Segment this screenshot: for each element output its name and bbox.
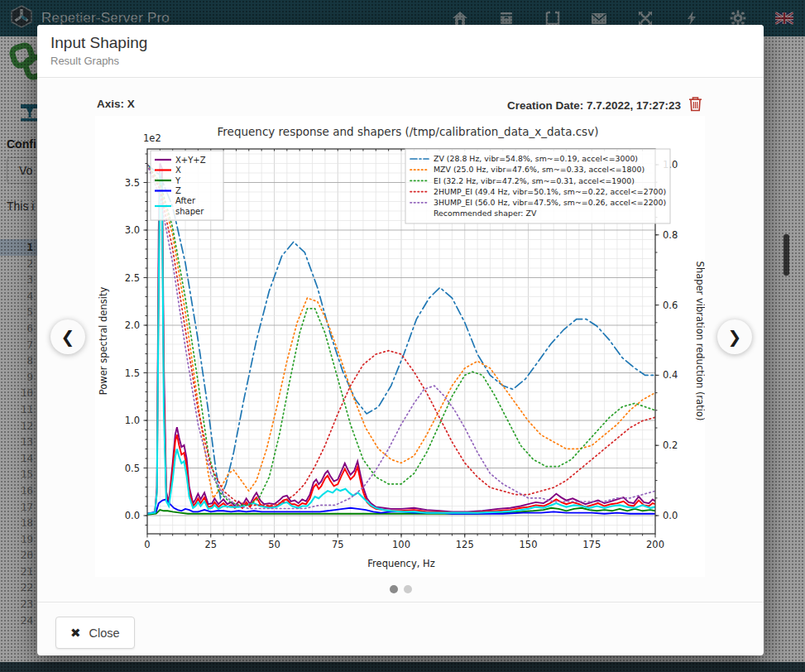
modal-header: Input Shaping Result Graphs xyxy=(37,25,764,78)
svg-text:0.2: 0.2 xyxy=(663,439,678,451)
svg-text:0.0: 0.0 xyxy=(663,510,678,521)
carousel-dots[interactable] xyxy=(37,585,764,593)
svg-text:125: 125 xyxy=(456,539,474,550)
svg-text:1.5: 1.5 xyxy=(125,367,140,379)
svg-text:0: 0 xyxy=(144,539,150,550)
modal-subtitle: Result Graphs xyxy=(50,55,750,67)
frequency-response-chart: 02550751001251501752000.00.51.01.52.02.5… xyxy=(95,116,705,577)
close-x-icon: ✖ xyxy=(70,626,81,641)
svg-text:3.5: 3.5 xyxy=(125,177,140,189)
svg-text:0.8: 0.8 xyxy=(663,229,678,241)
input-shaping-modal: Input Shaping Result Graphs Axis: X Crea… xyxy=(37,25,764,655)
svg-text:75: 75 xyxy=(332,539,344,550)
svg-text:0.6: 0.6 xyxy=(663,300,678,311)
svg-text:ZV (28.8 Hz, vibr=54.8%, sm~=0: ZV (28.8 Hz, vibr=54.8%, sm~=0.19, accel… xyxy=(434,154,638,163)
svg-text:175: 175 xyxy=(582,539,601,550)
carousel-next-button[interactable]: ❯ xyxy=(717,319,752,354)
svg-text:0.0: 0.0 xyxy=(125,510,140,521)
chevron-right-icon: ❯ xyxy=(728,327,742,347)
svg-text:1.0: 1.0 xyxy=(125,415,140,426)
footer-divider xyxy=(37,602,764,602)
screen: Repetier-Server Pro xyxy=(0,0,805,672)
close-button-label: Close xyxy=(89,626,120,640)
legend-label: X xyxy=(175,166,181,175)
svg-text:Shaper vibration reduction (ra: Shaper vibration reduction (ratio) xyxy=(694,262,705,421)
delete-trash-icon[interactable] xyxy=(688,96,702,115)
svg-text:Recommended shaper: ZV: Recommended shaper: ZV xyxy=(434,209,537,218)
svg-text:3.0: 3.0 xyxy=(125,224,140,236)
creation-date-row: Creation Date: 7.7.2022, 17:27:23 xyxy=(507,96,702,115)
legend-label: Y xyxy=(175,176,181,185)
svg-text:Frequency, Hz: Frequency, Hz xyxy=(367,558,434,569)
svg-text:0.5: 0.5 xyxy=(125,463,140,474)
svg-text:EI (32.2 Hz, vibr=47.2%, sm~=0: EI (32.2 Hz, vibr=47.2%, sm~=0.31, accel… xyxy=(434,176,635,185)
result-graph-image: 02550751001251501752000.00.51.01.52.02.5… xyxy=(95,116,705,577)
svg-text:50: 50 xyxy=(268,539,280,550)
legend-label: Z xyxy=(175,186,181,195)
svg-text:Frequency response and shapers: Frequency response and shapers (/tmp/cal… xyxy=(218,125,599,138)
creation-date-label: Creation Date: 7.7.2022, 17:27:23 xyxy=(507,99,681,112)
carousel-dot-1[interactable] xyxy=(390,585,398,593)
carousel-dot-2[interactable] xyxy=(404,585,412,593)
svg-text:3HUMP_EI (56.0 Hz, vibr=47.5%,: 3HUMP_EI (56.0 Hz, vibr=47.5%, sm~=0.26,… xyxy=(434,198,666,207)
axis-label: Axis: X xyxy=(97,98,135,110)
carousel-prev-button[interactable]: ❮ xyxy=(50,319,85,354)
svg-text:150: 150 xyxy=(520,539,538,550)
svg-text:25: 25 xyxy=(204,539,217,550)
svg-text:2HUMP_EI (49.4 Hz, vibr=50.1%,: 2HUMP_EI (49.4 Hz, vibr=50.1%, sm~=0.22,… xyxy=(434,187,666,196)
svg-text:2.5: 2.5 xyxy=(125,272,140,284)
svg-text:1e2: 1e2 xyxy=(143,132,161,144)
svg-text:MZV (25.0 Hz, vibr=47.6%, sm~=: MZV (25.0 Hz, vibr=47.6%, sm~=0.33, acce… xyxy=(434,165,644,174)
svg-text:0.4: 0.4 xyxy=(663,369,678,381)
chevron-left-icon: ❮ xyxy=(61,327,75,347)
svg-text:2.0: 2.0 xyxy=(125,319,140,331)
legend-label: X+Y+Z xyxy=(175,156,206,165)
svg-text:Power spectral density: Power spectral density xyxy=(98,287,109,396)
svg-text:100: 100 xyxy=(392,539,410,550)
modal-title: Input Shaping xyxy=(50,34,750,52)
svg-text:200: 200 xyxy=(646,539,664,550)
svg-text:After: After xyxy=(175,196,196,205)
svg-text:shaper: shaper xyxy=(175,207,204,216)
close-button[interactable]: ✖ Close xyxy=(55,617,135,649)
